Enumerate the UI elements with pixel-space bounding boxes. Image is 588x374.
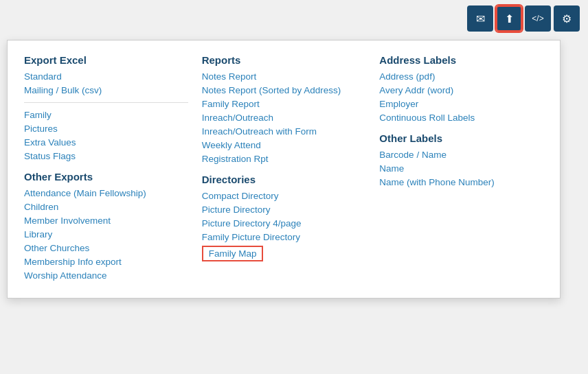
top-bar: ✉ ⬆ </> ⚙ <box>459 0 588 37</box>
menu-library[interactable]: Library <box>24 229 188 239</box>
menu-notes-report-sorted[interactable]: Notes Report (Sorted by Address) <box>202 85 366 95</box>
menu-other-churches[interactable]: Other Churches <box>24 243 188 253</box>
menu-attendance-main[interactable]: Attendance (Main Fellowship) <box>24 188 188 198</box>
dropdown-panel: Export Excel Standard Mailing / Bulk (cs… <box>7 40 561 299</box>
settings-button[interactable]: ⚙ <box>554 5 580 32</box>
menu-inreach-outreach[interactable]: Inreach/Outreach <box>202 113 366 123</box>
menu-mailing-bulk[interactable]: Mailing / Bulk (csv) <box>24 85 188 95</box>
column-export-excel: Export Excel Standard Mailing / Bulk (cs… <box>24 54 202 284</box>
menu-membership-info-export[interactable]: Membership Info export <box>24 257 188 267</box>
column-reports: Reports Notes Report Notes Report (Sorte… <box>202 54 380 284</box>
menu-weekly-attend[interactable]: Weekly Attend <box>202 140 366 150</box>
menu-children[interactable]: Children <box>24 202 188 212</box>
directories-title: Directories <box>202 174 366 185</box>
menu-barcode-name[interactable]: Barcode / Name <box>379 150 543 160</box>
menu-extra-values[interactable]: Extra Values <box>24 137 188 148</box>
other-exports-title: Other Exports <box>24 171 188 183</box>
menu-name-with-phone[interactable]: Name (with Phone Number) <box>379 177 543 187</box>
menu-compact-directory[interactable]: Compact Directory <box>202 191 366 201</box>
other-labels-title: Other Labels <box>379 132 543 144</box>
menu-family-map[interactable]: Family Map <box>202 246 264 261</box>
reports-title: Reports <box>202 54 366 66</box>
menu-pictures[interactable]: Pictures <box>24 124 188 134</box>
email-button[interactable]: ✉ <box>467 5 493 32</box>
menu-family-picture-directory[interactable]: Family Picture Directory <box>202 232 366 242</box>
menu-family[interactable]: Family <box>24 110 188 120</box>
code-button[interactable]: </> <box>525 5 551 32</box>
upload-button[interactable]: ⬆ <box>496 5 522 32</box>
menu-picture-directory-4page[interactable]: Picture Directory 4/page <box>202 218 366 229</box>
menu-employer[interactable]: Employer <box>379 99 543 109</box>
menu-notes-report[interactable]: Notes Report <box>202 71 366 82</box>
menu-name[interactable]: Name <box>379 163 543 174</box>
menu-picture-directory[interactable]: Picture Directory <box>202 204 366 215</box>
menu-status-flags[interactable]: Status Flags <box>24 151 188 161</box>
menu-avery-addr-word[interactable]: Avery Addr (word) <box>379 85 543 95</box>
menu-address-pdf[interactable]: Address (pdf) <box>379 71 543 82</box>
menu-worship-attendance[interactable]: Worship Attendance <box>24 270 188 281</box>
column-address-labels: Address Labels Address (pdf) Avery Addr … <box>379 54 543 284</box>
menu-family-report[interactable]: Family Report <box>202 99 366 109</box>
menu-member-involvement[interactable]: Member Involvement <box>24 215 188 226</box>
menu-inreach-outreach-form[interactable]: Inreach/Outreach with Form <box>202 126 366 137</box>
export-excel-title: Export Excel <box>24 54 188 66</box>
menu-continuous-roll-labels[interactable]: Continuous Roll Labels <box>379 113 543 123</box>
menu-standard[interactable]: Standard <box>24 71 188 82</box>
address-labels-title: Address Labels <box>379 54 543 66</box>
menu-registration-rpt[interactable]: Registration Rpt <box>202 154 366 164</box>
